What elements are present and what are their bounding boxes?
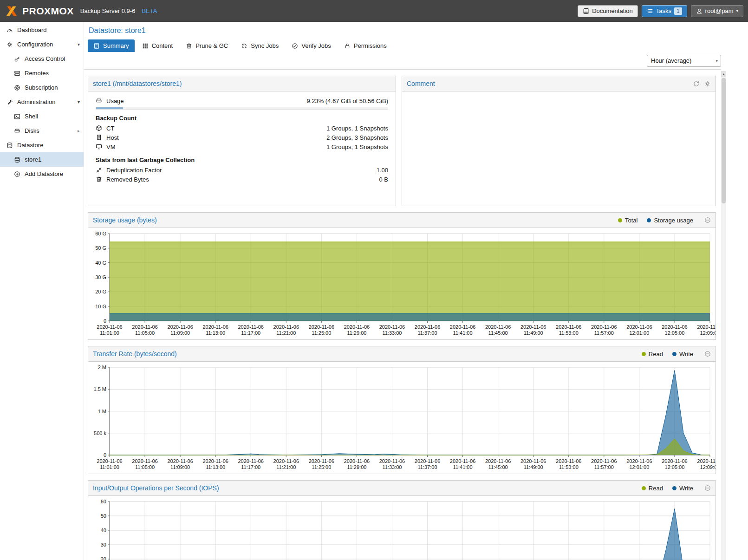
server-stack-icon [14, 70, 20, 77]
svg-text:11:53:00: 11:53:00 [559, 330, 579, 336]
task-list-icon [647, 8, 653, 14]
svg-text:0: 0 [104, 318, 106, 324]
gear-icon[interactable] [704, 80, 711, 87]
svg-text:11:17:00: 11:17:00 [241, 330, 260, 336]
chart-title: Storage usage (bytes) [93, 216, 157, 224]
svg-text:2020-11-06: 2020-11-06 [238, 458, 264, 464]
brand-name: PROXMOX [22, 6, 74, 17]
hdd-icon [96, 98, 102, 104]
datastore-status-panel: store1 (/mnt/datastores/store1) Usage 9.… [88, 76, 396, 206]
backup-count-title: Backup Count [96, 115, 388, 122]
svg-text:2020-11-06: 2020-11-06 [309, 324, 334, 330]
trash-icon [186, 43, 192, 49]
svg-text:30 G: 30 G [95, 274, 106, 280]
chart-body: 2020-11-0611:01:002020-11-0611:05:002020… [88, 496, 715, 560]
iops-chart: 2020-11-0611:01:002020-11-0611:05:002020… [89, 498, 715, 560]
svg-text:2020-11-06: 2020-11-06 [697, 324, 715, 330]
svg-text:40: 40 [101, 527, 106, 533]
collapse-icon[interactable] [704, 351, 711, 357]
tab-permissions[interactable]: Permissions [338, 39, 392, 52]
svg-text:60: 60 [101, 499, 106, 504]
sidebar: Dashboard Configuration ▾ Access Control… [0, 22, 84, 560]
tab-content[interactable]: Content [137, 39, 179, 52]
svg-text:11:37:00: 11:37:00 [418, 464, 437, 470]
host-row: Host 2 Groups, 3 Snapshots [96, 133, 388, 142]
tab-prune-gc[interactable]: Prune & GC [180, 39, 234, 52]
svg-text:11:05:00: 11:05:00 [135, 330, 155, 336]
top-header: PROXMOX Backup Server 0.9-6 BETA Documen… [0, 0, 748, 22]
tasks-count-badge: 1 [674, 7, 682, 15]
scrollbar-thumb[interactable] [722, 78, 726, 203]
legend-item-storage-usage: Storage usage [647, 217, 693, 224]
chevron-down-icon[interactable]: ▾ [78, 42, 80, 47]
sidebar-item-subscription[interactable]: Subscription [0, 80, 84, 95]
svg-text:11:01:00: 11:01:00 [100, 464, 119, 470]
svg-text:2020-11-06: 2020-11-06 [415, 324, 440, 330]
panel-title: Comment [407, 80, 435, 87]
svg-text:12:09:00: 12:09:00 [700, 464, 715, 470]
sidebar-item-datastore[interactable]: Datastore [0, 138, 84, 152]
trash-icon [96, 176, 102, 182]
chevron-down-icon[interactable]: ▾ [78, 99, 80, 104]
chevron-right-icon[interactable]: ▸ [78, 128, 80, 133]
vm-row: VM 1 Groups, 1 Snapshots [96, 142, 388, 151]
chart-legend: Total Storage usage [618, 217, 711, 224]
svg-text:10 G: 10 G [95, 304, 106, 309]
wrench-icon [7, 99, 13, 105]
scroll-up-arrow-icon[interactable]: ▲ [721, 71, 726, 77]
svg-text:2020-11-06: 2020-11-06 [97, 324, 122, 330]
svg-text:11:41:00: 11:41:00 [453, 330, 473, 336]
svg-text:12:09:00: 12:09:00 [700, 330, 715, 336]
legend-dot [672, 486, 676, 490]
legend-dot [642, 486, 646, 490]
sidebar-item-configuration[interactable]: Configuration ▾ [0, 37, 84, 52]
iops-chart-panel: Input/Output Operations per Second (IOPS… [88, 480, 716, 560]
svg-text:11:49:00: 11:49:00 [524, 330, 543, 336]
sidebar-item-store1[interactable]: store1 [0, 152, 84, 167]
sidebar-item-administration[interactable]: Administration ▾ [0, 95, 84, 109]
svg-text:2020-11-06: 2020-11-06 [450, 458, 475, 464]
notes-icon [93, 43, 100, 49]
sidebar-item-add-datastore[interactable]: Add Datastore [0, 167, 84, 181]
legend-item-total: Total [618, 217, 637, 224]
reload-icon[interactable] [693, 80, 700, 87]
beta-link[interactable]: BETA [142, 7, 157, 14]
storage-usage-chart-panel: Storage usage (bytes) Total Storage usag… [88, 212, 716, 340]
legend-item-write: Write [672, 485, 693, 492]
svg-text:11:57:00: 11:57:00 [594, 330, 614, 336]
tasks-button[interactable]: Tasks 1 [642, 5, 687, 17]
sidebar-item-access-control[interactable]: Access Control [0, 52, 84, 66]
svg-text:50 G: 50 G [95, 245, 106, 251]
sidebar-item-shell[interactable]: Shell [0, 109, 84, 124]
svg-text:2020-11-06: 2020-11-06 [697, 458, 715, 464]
tab-summary[interactable]: Summary [88, 39, 135, 52]
main-content: Datastore: store1 Summary Content Prune … [84, 22, 748, 560]
tab-sync-jobs[interactable]: Sync Jobs [235, 39, 284, 52]
svg-text:40 G: 40 G [95, 260, 106, 266]
svg-text:1 M: 1 M [98, 409, 106, 414]
plus-circle-icon [14, 171, 20, 177]
svg-text:20 G: 20 G [95, 289, 106, 294]
vertical-scrollbar[interactable]: ▲ [721, 71, 726, 560]
collapse-icon[interactable] [704, 485, 711, 491]
tab-bar: Summary Content Prune & GC Sync Jobs Ver… [84, 39, 748, 52]
sidebar-item-disks[interactable]: Disks ▸ [0, 124, 84, 138]
svg-text:2020-11-06: 2020-11-06 [556, 324, 581, 330]
documentation-button[interactable]: Documentation [578, 5, 637, 17]
timeframe-select[interactable]: Hour (average) ▾ [647, 55, 721, 67]
transfer-rate-chart: 2020-11-0611:01:002020-11-0611:05:002020… [89, 364, 715, 473]
comment-body[interactable] [402, 91, 715, 101]
collapse-icon[interactable] [704, 217, 711, 223]
svg-text:0: 0 [104, 452, 106, 458]
database-icon [14, 156, 20, 163]
svg-text:2020-11-06: 2020-11-06 [415, 458, 440, 464]
sidebar-item-dashboard[interactable]: Dashboard [0, 23, 84, 37]
tab-verify-jobs[interactable]: Verify Jobs [286, 39, 337, 52]
sidebar-item-remotes[interactable]: Remotes [0, 66, 84, 80]
chart-body: 2020-11-0611:01:002020-11-0611:05:002020… [88, 228, 715, 339]
svg-text:11:29:00: 11:29:00 [347, 330, 366, 336]
panel-header: Comment [402, 76, 715, 91]
svg-text:2020-11-06: 2020-11-06 [97, 458, 122, 464]
user-menu-button[interactable]: root@pam ▾ [691, 5, 743, 17]
panel-header: store1 (/mnt/datastores/store1) [88, 76, 396, 91]
